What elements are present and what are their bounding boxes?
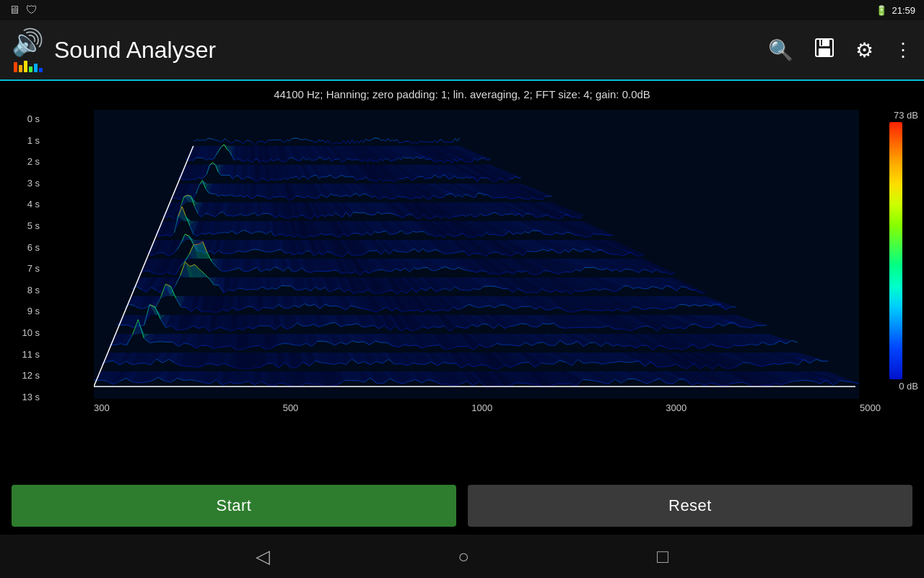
app-title: Sound Analyser <box>54 37 216 64</box>
app-icon: 🔊 <box>12 27 44 72</box>
spectrogram-canvas <box>94 110 859 399</box>
x-axis-labels: 300500100030005000 <box>94 402 881 413</box>
y-axis-label: 2 s <box>7 156 40 167</box>
start-button[interactable]: Start <box>12 485 456 527</box>
settings-button[interactable]: ⚙ <box>855 38 873 62</box>
svg-rect-2 <box>819 48 830 56</box>
save-button[interactable] <box>814 37 835 64</box>
app-bar-actions: 🔍 ⚙ ⋮ <box>768 37 912 64</box>
y-axis-label: 4 s <box>7 199 40 210</box>
color-scale-bar <box>889 122 902 379</box>
db-bottom-label: 0 dB <box>899 381 918 392</box>
visualization-container: 0 s1 s2 s3 s4 s5 s6 s7 s8 s9 s10 s11 s12… <box>0 106 924 417</box>
x-axis-label: 3000 <box>666 402 687 413</box>
y-axis-label: 8 s <box>7 285 40 296</box>
y-axis-label: 7 s <box>7 263 40 274</box>
app-bar-left: 🔊 Sound Analyser <box>12 27 216 72</box>
y-axis-labels: 0 s1 s2 s3 s4 s5 s6 s7 s8 s9 s10 s11 s12… <box>7 113 40 402</box>
y-axis-label: 1 s <box>7 135 40 146</box>
battery-icon: 🔋 <box>876 5 887 16</box>
more-menu-button[interactable]: ⋮ <box>894 39 912 61</box>
status-right: 🔋 21:59 <box>876 5 915 16</box>
db-top-label: 73 dB <box>894 110 918 121</box>
status-left: 🖥 🛡 <box>9 4 38 17</box>
x-axis-label: 500 <box>283 402 299 413</box>
y-axis-label: 6 s <box>7 242 40 253</box>
app-bar: 🔊 Sound Analyser 🔍 ⚙ ⋮ <box>0 20 924 81</box>
home-button[interactable]: ○ <box>458 545 469 568</box>
x-axis-label: 5000 <box>860 402 881 413</box>
settings-info: 44100 Hz; Hanning; zero padding: 1; lin.… <box>0 88 924 100</box>
nav-bar: ◁ ○ □ <box>0 535 924 578</box>
x-axis-label: 1000 <box>471 402 492 413</box>
svg-rect-3 <box>821 40 822 46</box>
y-axis-label: 0 s <box>7 113 40 124</box>
db-scale: 73 dB 0 dB <box>889 110 918 392</box>
y-axis-label: 11 s <box>7 349 40 360</box>
status-bar: 🖥 🛡 🔋 21:59 <box>0 0 924 20</box>
sound-bars <box>14 59 43 72</box>
y-axis-label: 12 s <box>7 370 40 381</box>
y-axis-label: 13 s <box>7 392 40 402</box>
shield-icon: 🛡 <box>26 4 38 17</box>
y-axis-label: 5 s <box>7 220 40 231</box>
y-axis-label: 10 s <box>7 327 40 338</box>
main-content: 44100 Hz; Hanning; zero padding: 1; lin.… <box>0 81 924 477</box>
reset-button[interactable]: Reset <box>468 485 912 527</box>
y-axis-label: 3 s <box>7 178 40 189</box>
screen-icon: 🖥 <box>9 4 20 17</box>
back-button[interactable]: ◁ <box>256 545 270 568</box>
x-axis-label: 300 <box>94 402 110 413</box>
speaker-icon: 🔊 <box>12 27 44 58</box>
y-axis-label: 9 s <box>7 306 40 316</box>
search-button[interactable]: 🔍 <box>768 38 793 62</box>
time-display: 21:59 <box>892 5 915 16</box>
recent-button[interactable]: □ <box>657 545 668 568</box>
button-area: Start Reset <box>0 477 924 535</box>
